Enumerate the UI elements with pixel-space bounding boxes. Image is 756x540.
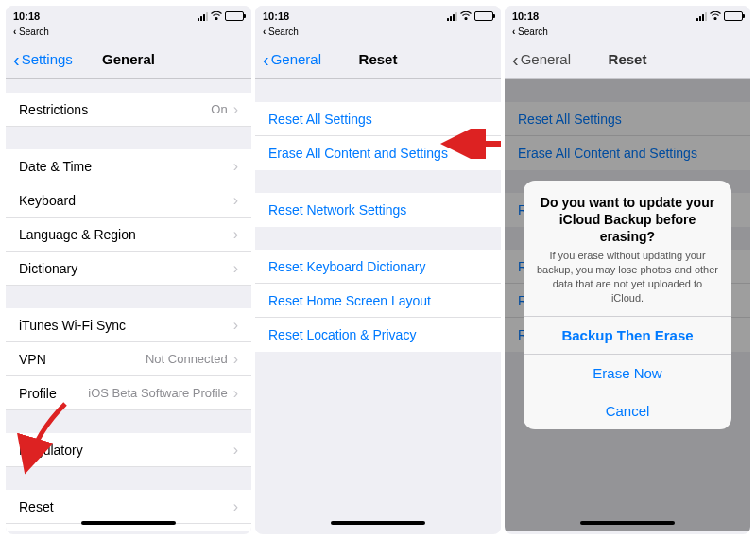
page-title: General (102, 51, 155, 67)
cell-label: iTunes Wi-Fi Sync (19, 318, 126, 333)
back-label: General (521, 51, 571, 67)
wifi-icon (211, 11, 222, 22)
cell-erase-all-content[interactable]: Erase All Content and Settings (255, 136, 501, 170)
status-time: 10:18 (263, 10, 310, 22)
cell-itunes-wifi[interactable]: iTunes Wi-Fi Sync › (6, 308, 251, 342)
screen-reset-alert: 10:18 Search ‹ General Reset Reset All S… (505, 6, 750, 534)
status-time: 10:18 (13, 10, 60, 22)
back-button[interactable]: ‹ Settings (13, 51, 73, 67)
status-bar: 10:18 (6, 6, 251, 26)
cell-detail: Not Connected (146, 352, 228, 366)
modal-overlay: Do you want to update your iCloud Backup… (505, 79, 750, 531)
status-indicators (437, 11, 493, 22)
erase-now-button[interactable]: Erase Now (524, 354, 731, 392)
search-back-link: Search (505, 26, 750, 40)
cell-reset[interactable]: Reset › (6, 490, 251, 524)
home-indicator[interactable] (81, 521, 176, 525)
cell-label: Reset All Settings (268, 112, 372, 127)
content: Reset All Settings Erase All Content and… (255, 79, 501, 531)
cell-dictionary[interactable]: Dictionary › (6, 252, 251, 286)
battery-icon (724, 11, 743, 21)
cell-detail: iOS Beta Software Profile (88, 386, 227, 400)
cell-label: Reset Location & Privacy (268, 327, 416, 342)
screen-reset: 10:18 Search ‹ General Reset Reset All S… (255, 6, 501, 534)
cell-label: Erase All Content and Settings (268, 146, 448, 161)
nav-bar: ‹ Settings General (6, 40, 251, 79)
nav-bar: ‹ General Reset (505, 40, 750, 79)
cell-language-region[interactable]: Language & Region › (6, 218, 251, 252)
status-indicators (187, 11, 244, 22)
cell-restrictions[interactable]: Restrictions On › (6, 93, 251, 127)
cell-label: Reset Keyboard Dictionary (268, 259, 426, 274)
cell-label: Reset (19, 499, 54, 514)
cell-reset-network[interactable]: Reset Network Settings (255, 193, 501, 227)
back-label: Settings (22, 51, 73, 67)
search-back-link[interactable]: Search (255, 26, 501, 40)
content: Reset All Settings Erase All Content and… (505, 79, 750, 531)
cell-keyboard[interactable]: Keyboard › (6, 183, 251, 218)
wifi-icon (710, 11, 721, 22)
cell-label: Regulatory (19, 443, 83, 458)
cell-label: VPN (19, 352, 46, 367)
cell-label: Dictionary (19, 261, 77, 276)
cell-reset-home-layout[interactable]: Reset Home Screen Layout (255, 284, 501, 318)
screen-general: 10:18 Search ‹ Settings General Restrict… (6, 6, 251, 534)
status-bar: 10:18 (505, 6, 750, 26)
back-button[interactable]: ‹ General (263, 51, 321, 67)
back-label: General (271, 51, 321, 67)
cell-label: Language & Region (19, 227, 136, 242)
cell-profile[interactable]: Profile iOS Beta Software Profile › (6, 376, 251, 410)
status-indicators (686, 11, 743, 22)
signal-icon (198, 12, 208, 21)
alert-message: If you erase without updating your backu… (524, 249, 731, 316)
cell-vpn[interactable]: VPN Not Connected › (6, 342, 251, 376)
cell-detail: On (211, 102, 227, 116)
nav-bar: ‹ General Reset (255, 40, 501, 79)
cell-reset-keyboard-dict[interactable]: Reset Keyboard Dictionary (255, 250, 501, 284)
home-indicator[interactable] (331, 521, 425, 525)
cell-label: Keyboard (19, 193, 76, 208)
cell-label: Restrictions (19, 102, 88, 117)
back-button: ‹ General (512, 51, 571, 67)
battery-icon (225, 11, 244, 21)
status-bar: 10:18 (255, 6, 501, 26)
cell-reset-all-settings[interactable]: Reset All Settings (255, 102, 501, 136)
alert-title: Do you want to update your iCloud Backup… (524, 181, 731, 250)
svg-point-2 (714, 17, 716, 19)
backup-then-erase-button[interactable]: Backup Then Erase (524, 316, 731, 354)
battery-icon (474, 11, 493, 21)
content: Restrictions On › Date & Time › Keyboard… (6, 79, 251, 531)
cell-label: Date & Time (19, 159, 92, 174)
svg-point-1 (465, 17, 467, 19)
svg-point-0 (215, 17, 217, 19)
cell-date-time[interactable]: Date & Time › (6, 149, 251, 183)
status-time: 10:18 (512, 10, 559, 22)
cell-label: Reset Network Settings (268, 202, 406, 218)
signal-icon (696, 12, 707, 21)
cell-shut-down[interactable]: Shut Down (6, 524, 251, 531)
cancel-button[interactable]: Cancel (524, 392, 731, 429)
cell-reset-location-privacy[interactable]: Reset Location & Privacy (255, 318, 501, 352)
wifi-icon (460, 11, 472, 22)
cell-label: Reset Home Screen Layout (268, 293, 431, 308)
cell-label: Profile (19, 386, 57, 401)
signal-icon (447, 12, 457, 21)
search-back-link[interactable]: Search (6, 26, 251, 40)
page-title: Reset (609, 51, 647, 67)
cell-regulatory[interactable]: Regulatory › (6, 433, 251, 467)
page-title: Reset (359, 51, 398, 67)
alert-dialog: Do you want to update your iCloud Backup… (524, 181, 731, 430)
